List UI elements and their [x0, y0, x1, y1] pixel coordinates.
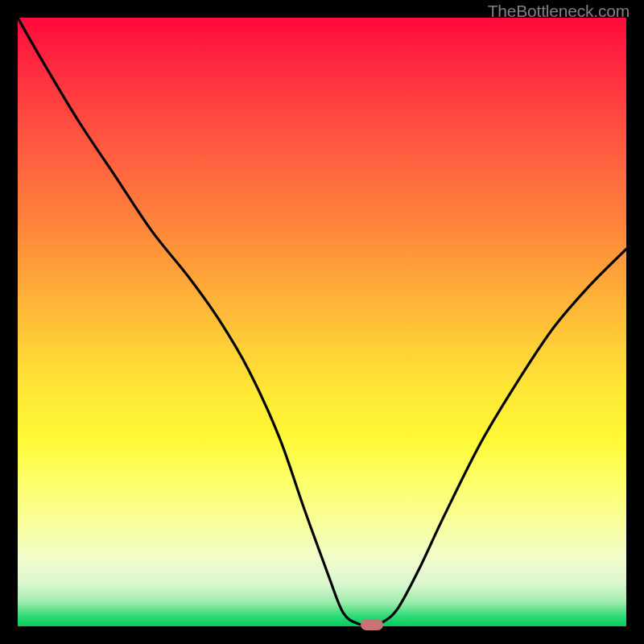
optimum-marker [361, 619, 383, 630]
chart-frame: TheBottleneck.com [0, 0, 644, 644]
curve-path [18, 18, 626, 625]
bottleneck-curve [18, 18, 626, 626]
attribution-text: TheBottleneck.com [488, 2, 630, 21]
